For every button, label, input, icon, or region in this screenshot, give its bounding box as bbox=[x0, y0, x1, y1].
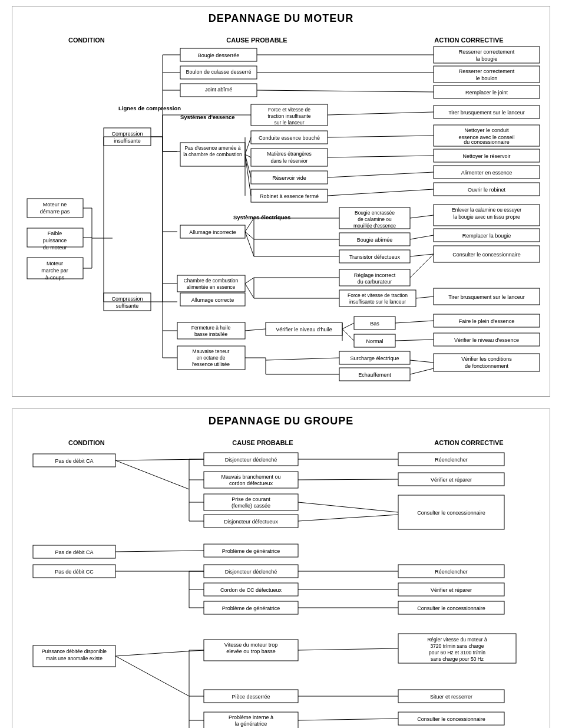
cond-puissance-disponible2: mais une anomalie existe bbox=[46, 655, 103, 661]
cause-matieres-etrangeres2: dans le réservior bbox=[271, 158, 308, 164]
svg-line-93 bbox=[395, 340, 434, 341]
action-resserrer-bougie2: la bougie bbox=[476, 56, 498, 62]
cause-mauvaise-teneur2: en octane de bbox=[196, 355, 225, 361]
svg-line-120 bbox=[298, 479, 398, 480]
cause-reglage-incorr: Réglage incorrect bbox=[354, 272, 396, 278]
action-verifier-conditions: Vérifier les conditions bbox=[461, 356, 512, 362]
cause-piece-desserree: Pièce desserrée bbox=[232, 694, 270, 700]
action-consulter-3: Consulter le concessionnaire bbox=[417, 716, 485, 722]
action-ouvrir-robinet: Ouvrir le robinet bbox=[468, 187, 506, 193]
section-moteur: DEPANNAGE DU MOTEUR CONDITION CAUSE PROB… bbox=[12, 6, 550, 397]
header-cause-1: CAUSE PROBABLE bbox=[226, 37, 287, 44]
action-regler-vitesse2: 3720 tr/min sans charge bbox=[430, 643, 484, 649]
svg-line-99 bbox=[266, 358, 339, 360]
action-remplacer-joint: Remplacer le joint bbox=[465, 90, 508, 95]
section-groupe: DEPANNAGE DU GROUPE CONDITION CAUSE PROB… bbox=[12, 409, 550, 728]
cause-pb-generatrice-2: Problème de génératrice bbox=[222, 605, 280, 611]
cause-fermeture-huile2: basse installée bbox=[194, 331, 228, 337]
svg-line-154 bbox=[298, 648, 398, 650]
svg-line-27 bbox=[257, 90, 434, 92]
action-resserrer-boulon2: le boulon bbox=[476, 75, 498, 81]
cause-pb-interne-gen: Problème interne à bbox=[229, 714, 273, 720]
cause-reservoir-vide: Réservoir vide bbox=[272, 175, 306, 181]
action-remplacer-bougie: Remplacer la bougie bbox=[462, 233, 511, 239]
cause-mauvais-branch: Mauvais branchement ou bbox=[221, 474, 280, 480]
cause-vitesse-moteur2: elevée ou trop basse bbox=[226, 648, 276, 654]
cause-force-vitesse-3: sur le lanceur bbox=[274, 120, 304, 126]
cause-surcharge-elec: Surcharge électrique bbox=[350, 355, 399, 361]
svg-line-153 bbox=[115, 650, 204, 656]
cond-moteur-demarre2: démarre pas bbox=[40, 209, 70, 215]
diagram-moteur: CONDITION CAUSE PROBABLE ACTION CORRECTI… bbox=[21, 34, 551, 387]
cause-vitesse-moteur: Vitesse du moteur trop bbox=[224, 642, 277, 648]
cause-pas-essence2: la chambre de combustion bbox=[183, 151, 242, 157]
cond-moteur-coups: Moteur bbox=[47, 261, 63, 266]
action-verifier-essence: Vérifier le niveau d'essence bbox=[454, 337, 519, 343]
action-tirer-lanceur-2: Tirer brusquement sur le lanceur bbox=[448, 294, 525, 300]
diagram-groupe: CONDITION CAUSE PROBABLE ACTION CORRECTI… bbox=[21, 436, 551, 728]
action-consulter-2: Consulter le concessionnaire bbox=[417, 510, 485, 516]
action-nettoyer-conduit: Nettoyer le conduit bbox=[464, 127, 509, 133]
action-alimenter-essence: Alimenter en essence bbox=[461, 170, 513, 176]
cause-pb-generatrice-1: Problème de génératrice bbox=[222, 548, 280, 554]
cause-conduite-bouche: Conduite essence bouché bbox=[259, 135, 320, 141]
cause-pas-essence: Pas d'essence amenée à bbox=[184, 145, 240, 151]
action-resserrer-boulon: Resserrer correctement bbox=[459, 68, 515, 74]
action-verifier-reparer-2: Vérifier et réparer bbox=[431, 587, 472, 593]
cause-prise-cassee: Prise de courant bbox=[232, 496, 270, 502]
svg-line-103 bbox=[410, 368, 434, 374]
svg-line-36 bbox=[328, 156, 434, 157]
cause-allumage-incorrect: Allumage incorrecte bbox=[189, 229, 236, 235]
action-regler-vitesse4: sans charge pour 50 Hz bbox=[431, 656, 484, 662]
cause-echauffement: Echauffement bbox=[358, 372, 391, 378]
action-situer-resserrer: Situer et resserrer bbox=[430, 694, 472, 700]
svg-line-89 bbox=[342, 323, 354, 329]
action-regler-vitesse: Régler vitesse du moteur à bbox=[427, 637, 487, 643]
header-condition-2: CONDITION bbox=[68, 439, 105, 446]
cause-force-vitesse-2: traction insuffisante bbox=[267, 113, 310, 119]
label-lignes-comp: Lignes de compression bbox=[118, 105, 181, 111]
cond-pas-debit-ca-1: Pas de débit CA bbox=[55, 458, 93, 464]
svg-line-33 bbox=[328, 136, 434, 137]
cause-bougie-desserree: Bougie desserrée bbox=[198, 52, 240, 58]
svg-line-134 bbox=[115, 551, 204, 552]
action-tirer-lanceur-1: Tirer brusquement sur le lanceur bbox=[448, 110, 525, 116]
svg-line-75 bbox=[416, 297, 434, 298]
comp-suffisante2: suffisante bbox=[116, 303, 138, 309]
cause-matieres-etrangeres: Matières étrangères bbox=[267, 151, 312, 157]
cause-cordon-cc: Cordon de CC défectueux bbox=[220, 587, 282, 593]
cause-allumage-correct: Allumage correcte bbox=[191, 297, 234, 303]
action-verifier-conditions2: de fonctionnement bbox=[465, 363, 509, 369]
cond-pas-debit-cc: Pas de débit CC bbox=[55, 569, 94, 575]
cause-pb-interne-gen2: la génératrice bbox=[235, 721, 267, 727]
svg-line-63 bbox=[410, 254, 434, 256]
cause-fermeture-huile: Fermeture à huile bbox=[191, 325, 231, 331]
label-systemes-elec: Systèmes électriques bbox=[233, 214, 290, 220]
svg-line-88 bbox=[245, 329, 266, 331]
cond-pas-debit-ca-2: Pas de débit CA bbox=[55, 549, 93, 555]
cause-bougie-abimee: Bougie abîmée bbox=[357, 237, 393, 243]
cause-disjoncteur-def: Disjoncteur défectueux bbox=[224, 519, 278, 525]
svg-line-30 bbox=[328, 112, 434, 115]
cause-mauvais-branch2: cordon défectueux bbox=[229, 480, 273, 486]
cause-reglage-incorr2: du carburateur bbox=[358, 279, 392, 285]
cond-faible-puissance2: puissance bbox=[43, 238, 67, 243]
action-enlever-calamine2: la bougie avec un tissu propre bbox=[453, 214, 520, 220]
action-reenclencher-2: Réenclencher bbox=[435, 569, 468, 575]
cause-verifier-huile: Vérifier le niveau d'huile bbox=[276, 327, 332, 332]
cause-bougie-encrassee3: mouillée d'essence bbox=[353, 223, 396, 229]
cause-bougie-encrassee: Bougie encrassée bbox=[355, 210, 395, 216]
svg-line-39 bbox=[328, 172, 434, 177]
cause-mauvaise-teneur3: l'essence utilisée bbox=[192, 361, 230, 367]
comp-suffisante: Compression bbox=[111, 296, 143, 302]
cond-moteur-demarre: Moteur ne bbox=[43, 202, 67, 207]
svg-line-72 bbox=[410, 254, 434, 278]
svg-line-90 bbox=[342, 329, 354, 341]
svg-line-131 bbox=[115, 460, 189, 489]
action-consulter-cc: Consulter le concessionnaire bbox=[417, 605, 485, 611]
svg-line-125 bbox=[298, 515, 398, 521]
action-verifier-reparer-1: Vérifier et réparer bbox=[431, 477, 472, 483]
header-action-2: ACTION CORRECTIVE bbox=[434, 439, 503, 446]
svg-line-158 bbox=[115, 656, 189, 696]
cause-transistor-def: Transistor défectueux bbox=[349, 254, 401, 260]
